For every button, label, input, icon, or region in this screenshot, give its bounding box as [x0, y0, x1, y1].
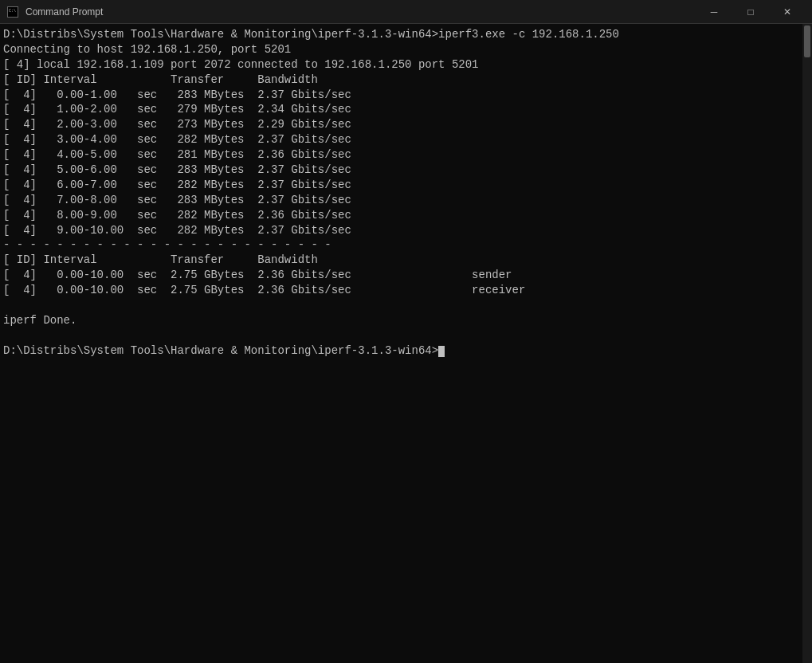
scrollbar-vertical[interactable] [802, 24, 812, 663]
maximize-button[interactable]: □ [732, 0, 769, 24]
command-prompt-window: Command Prompt ─ □ ✕ D:\Distribs\System … [0, 0, 812, 663]
close-button[interactable]: ✕ [769, 0, 806, 24]
cursor [438, 346, 445, 357]
window-title: Command Prompt [25, 6, 103, 18]
title-bar-controls: ─ □ ✕ [696, 0, 806, 24]
title-bar: Command Prompt ─ □ ✕ [0, 0, 812, 24]
minimize-button[interactable]: ─ [696, 0, 732, 24]
terminal-body[interactable]: D:\Distribs\System Tools\Hardware & Moni… [0, 24, 802, 663]
terminal-area: D:\Distribs\System Tools\Hardware & Moni… [0, 24, 812, 663]
scrollbar-track [802, 24, 812, 663]
terminal-content: D:\Distribs\System Tools\Hardware & Moni… [3, 27, 799, 359]
title-bar-left: Command Prompt [6, 6, 103, 18]
scrollbar-thumb[interactable] [804, 26, 810, 57]
cmd-icon [6, 6, 19, 18]
